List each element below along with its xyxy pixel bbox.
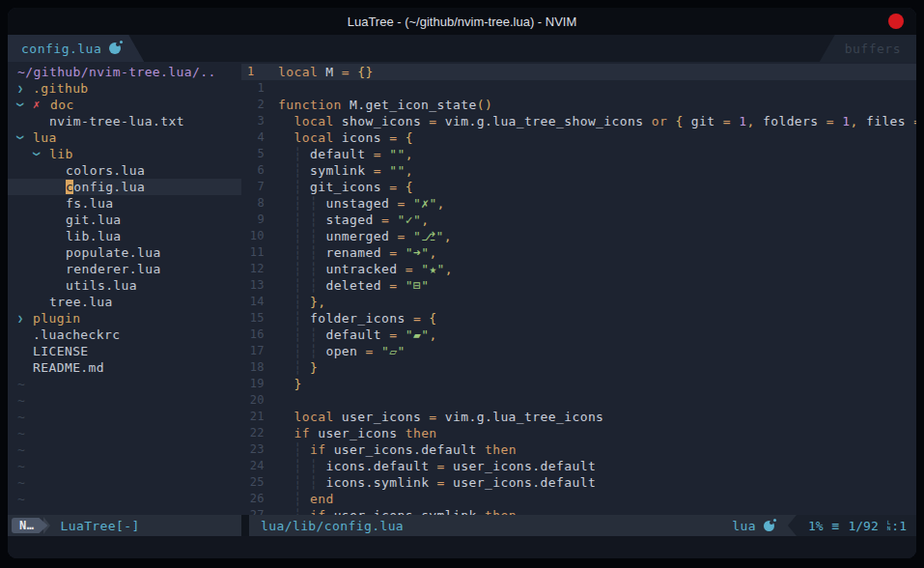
code-line[interactable]: 11 ┆ ┆ renamed = "➜", xyxy=(241,244,916,261)
line-number: 13 xyxy=(241,277,274,294)
code-line[interactable]: 1 xyxy=(241,80,916,97)
lines-icon: ≡ xyxy=(832,519,840,533)
tree-row[interactable]: populate.lua xyxy=(8,244,241,261)
tree-row[interactable]: utils.lua xyxy=(8,277,241,294)
code-line[interactable]: 5 ┆ default = "", xyxy=(241,146,916,162)
code-line[interactable]: 8 ┆ ┆ unstaged = "✗", xyxy=(241,195,916,212)
line-number: 6 xyxy=(241,162,274,179)
statusline-tree-section: N… LuaTree[-] xyxy=(8,515,241,536)
tree-row[interactable]: LICENSE xyxy=(8,343,241,359)
code-line[interactable]: 24 ┆ ┆ icons.default = user_icons.defaul… xyxy=(241,458,916,474)
code-text: ┆ } xyxy=(278,359,318,376)
buffers-tab[interactable]: buffers xyxy=(820,35,916,62)
code-text: } xyxy=(278,376,302,392)
chevron-right-icon[interactable]: ❯ xyxy=(17,310,33,327)
code-line[interactable]: 13 ┆ ┆ deleted = "⊟" xyxy=(241,277,916,294)
code-line[interactable]: 20 xyxy=(241,392,916,409)
command-line[interactable] xyxy=(8,536,916,558)
empty-line-tilde: ~ xyxy=(8,507,241,515)
code-line[interactable]: 6 ┆ symlink = "", xyxy=(241,162,916,179)
code-line[interactable]: 22 if user_icons then xyxy=(241,425,916,441)
chevron-down-icon[interactable]: ❯ xyxy=(17,97,33,113)
column-indicator: L N :1 xyxy=(887,519,907,533)
line-number: 9 xyxy=(241,212,274,228)
tree-row[interactable]: ❯.github xyxy=(8,80,241,97)
code-text: local user_icons = vim.g.lua_tree_icons xyxy=(278,409,603,425)
empty-line-tilde: ~ xyxy=(8,441,241,458)
tree-row[interactable]: ❯lib xyxy=(8,146,241,162)
tree-row[interactable]: git.lua xyxy=(8,212,241,228)
titlebar: LuaTree - (~/github/nvim-tree.lua) - NVI… xyxy=(8,8,916,35)
code-text: local M = {} xyxy=(278,64,374,80)
tree-row[interactable]: tree.lua xyxy=(8,294,241,310)
code-line[interactable]: 1local M = {} xyxy=(241,64,916,80)
code-text: local icons = { xyxy=(278,129,413,146)
line-number: 24 xyxy=(241,458,274,474)
empty-line-tilde: ~ xyxy=(8,425,241,441)
code-line[interactable]: 25 ┆ ┆ icons.symlink = user_icons.defaul… xyxy=(241,474,916,491)
code-line[interactable]: 17 ┆ ┆ open = "▱" xyxy=(241,343,916,359)
line-position: 1/92 xyxy=(848,519,878,533)
chevron-down-icon[interactable]: ❯ xyxy=(17,129,33,146)
code-line[interactable]: 10 ┆ ┆ unmerged = "⎇", xyxy=(241,228,916,244)
line-number: 20 xyxy=(241,392,274,409)
lua-icon xyxy=(109,43,121,54)
tree-row[interactable]: renderer.lua xyxy=(8,261,241,277)
code-line[interactable]: 2function M.get_icon_state() xyxy=(241,97,916,113)
code-text: local show_icons = vim.g.lua_tree_show_i… xyxy=(278,113,916,129)
tree-row[interactable]: config.lua xyxy=(8,179,241,195)
code-line[interactable]: 21 local user_icons = vim.g.lua_tree_ico… xyxy=(241,409,916,425)
code-line[interactable]: 12 ┆ ┆ untracked = "★", xyxy=(241,261,916,277)
tabline: config.lua buffers xyxy=(8,35,916,62)
code-line[interactable]: 18 ┆ } xyxy=(241,359,916,376)
line-number: 26 xyxy=(241,491,274,507)
code-line[interactable]: 7 ┆ git_icons = { xyxy=(241,179,916,195)
chevron-right-icon[interactable]: ❯ xyxy=(17,80,33,97)
tree-item-label: .github xyxy=(33,80,89,97)
code-text: ┆ ┆ icons.symlink = user_icons.default xyxy=(278,474,596,491)
code-line[interactable]: 16 ┆ ┆ default = "▰", xyxy=(241,327,916,343)
code-text: ┆ }, xyxy=(278,294,325,310)
code-line[interactable]: 15 ┆ folder_icons = { xyxy=(241,310,916,327)
line-number: 4 xyxy=(241,129,274,146)
tree-item-label: colors.lua xyxy=(66,162,145,179)
tree-item-label: renderer.lua xyxy=(66,261,161,277)
line-number: 1 xyxy=(241,64,274,80)
tree-item-label: lib.lua xyxy=(66,228,122,244)
line-number: 14 xyxy=(241,294,274,310)
tab-config-lua[interactable]: config.lua xyxy=(8,35,144,62)
code-text: ┆ git_icons = { xyxy=(278,179,413,195)
tree-row[interactable]: lib.lua xyxy=(8,228,241,244)
scroll-percent: 1% xyxy=(808,519,824,533)
code-text: ┆ default = "", xyxy=(278,146,413,162)
tree-item-label: .luacheckrc xyxy=(33,327,121,343)
mode-badge: N… xyxy=(12,518,47,533)
line-number: 3 xyxy=(241,113,274,129)
code-text: ┆ if user_icons.default then xyxy=(278,441,517,458)
code-line[interactable]: 27 ┆ if user_icons.symlink then xyxy=(241,507,916,515)
tree-row[interactable]: fs.lua xyxy=(8,195,241,212)
code-line[interactable]: 19 } xyxy=(241,376,916,392)
line-number: 21 xyxy=(241,409,274,425)
tree-row[interactable]: ❯plugin xyxy=(8,310,241,327)
code-line[interactable]: 4 local icons = { xyxy=(241,129,916,146)
code-line[interactable]: 23 ┆ if user_icons.default then xyxy=(241,441,916,458)
code-line[interactable]: 26 ┆ end xyxy=(241,491,916,507)
tree-root[interactable]: ~/github/nvim-tree.lua/.. xyxy=(8,64,241,80)
tree-row[interactable]: .luacheckrc xyxy=(8,327,241,343)
line-number: 19 xyxy=(241,376,274,392)
code-text: ┆ if user_icons.symlink then xyxy=(278,507,517,515)
main-area: ~/github/nvim-tree.lua/..❯.github❯✗docnv… xyxy=(8,62,916,515)
tree-row[interactable]: nvim-tree-lua.txt xyxy=(8,113,241,129)
code-line[interactable]: 3 local show_icons = vim.g.lua_tree_show… xyxy=(241,113,916,129)
chevron-down-icon[interactable]: ❯ xyxy=(34,146,49,162)
tree-row[interactable]: ❯✗doc xyxy=(8,97,241,113)
tree-row[interactable]: colors.lua xyxy=(8,162,241,179)
line-number: 27 xyxy=(241,507,274,515)
close-button[interactable] xyxy=(888,14,904,29)
code-line[interactable]: 14 ┆ }, xyxy=(241,294,916,310)
tree-row[interactable]: ❯lua xyxy=(8,129,241,146)
tree-item-label: doc xyxy=(50,97,74,113)
tree-row[interactable]: README.md xyxy=(8,359,241,376)
code-line[interactable]: 9 ┆ ┆ staged = "✓", xyxy=(241,212,916,228)
